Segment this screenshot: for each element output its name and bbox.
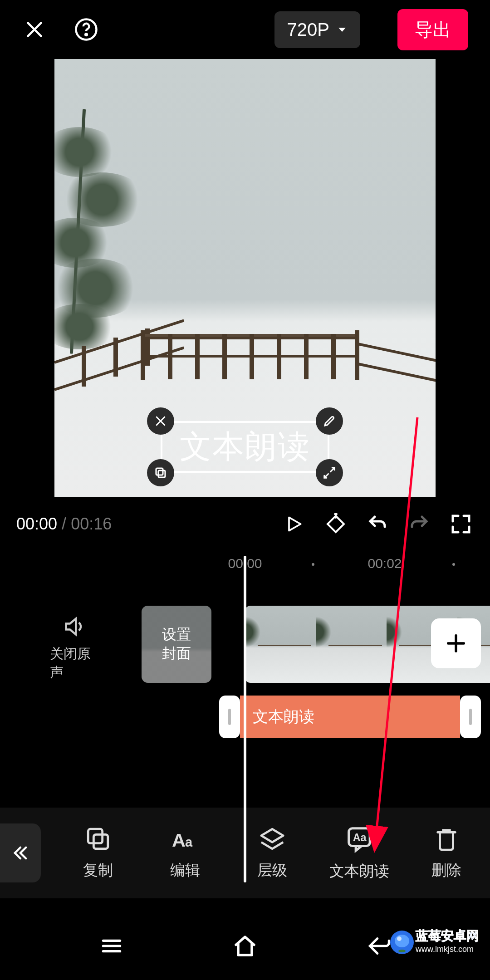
svg-rect-2 bbox=[156, 468, 163, 475]
tool-label: 复制 bbox=[83, 860, 113, 881]
copy-icon bbox=[85, 826, 111, 852]
overlay-edit-handle[interactable] bbox=[316, 407, 343, 435]
play-button[interactable] bbox=[281, 511, 307, 537]
set-cover-button[interactable]: 设置 封面 bbox=[142, 606, 211, 683]
overlay-scale-handle[interactable] bbox=[316, 459, 343, 486]
text-clip[interactable]: 文本朗读 bbox=[219, 696, 481, 738]
cover-label: 设置 封面 bbox=[162, 625, 191, 663]
svg-rect-4 bbox=[88, 829, 102, 843]
keyframe-button[interactable] bbox=[323, 511, 348, 537]
mute-original-audio[interactable]: 关闭原声 bbox=[50, 615, 100, 682]
ruler-mark: 00:02 bbox=[368, 556, 402, 571]
tool-delete[interactable]: 删除 bbox=[403, 826, 490, 881]
video-frame-thumb bbox=[316, 606, 387, 683]
overlay-text: 文本朗读 bbox=[180, 426, 310, 468]
text-overlay-box[interactable]: 文本朗读 bbox=[161, 421, 329, 473]
svg-point-1 bbox=[85, 34, 87, 35]
video-preview[interactable]: 文本朗读 bbox=[54, 59, 436, 497]
undo-button[interactable] bbox=[365, 511, 390, 537]
svg-rect-3 bbox=[158, 470, 165, 477]
help-icon[interactable] bbox=[74, 17, 99, 42]
trash-icon bbox=[433, 826, 460, 852]
export-label: 导出 bbox=[415, 20, 451, 39]
resolution-selector[interactable]: 720P bbox=[274, 11, 360, 48]
watermark: 蓝莓安卓网 www.lmkjst.com bbox=[389, 924, 485, 961]
text-clip-label: 文本朗读 bbox=[253, 706, 314, 727]
playhead[interactable] bbox=[244, 556, 246, 882]
nav-home-button[interactable] bbox=[231, 932, 259, 960]
tool-label: 删除 bbox=[431, 860, 461, 881]
total-time: 00:16 bbox=[71, 514, 112, 533]
svg-text:A: A bbox=[172, 829, 186, 850]
svg-text:www.lmkjst.com: www.lmkjst.com bbox=[415, 945, 474, 954]
svg-text:a: a bbox=[185, 834, 193, 849]
tool-label: 编辑 bbox=[170, 860, 200, 881]
ruler-dot bbox=[312, 563, 314, 566]
current-time: 00:00 bbox=[16, 514, 57, 533]
close-icon[interactable] bbox=[22, 17, 47, 42]
text-aa-icon: A a bbox=[172, 826, 198, 852]
preview-decoration-fence bbox=[54, 301, 436, 419]
nav-back-button[interactable] bbox=[366, 933, 391, 959]
tool-copy[interactable]: 复制 bbox=[54, 826, 142, 881]
svg-point-14 bbox=[398, 950, 406, 952]
overlay-copy-handle[interactable] bbox=[147, 459, 174, 486]
tool-edit[interactable]: A a 编辑 bbox=[142, 826, 229, 881]
svg-rect-5 bbox=[93, 834, 108, 848]
resolution-label: 720P bbox=[287, 20, 329, 40]
video-frame-thumb bbox=[245, 606, 316, 683]
svg-text:Aa: Aa bbox=[353, 832, 367, 843]
chevrons-left-icon bbox=[11, 843, 30, 862]
tool-text-to-speech[interactable]: Aa 文本朗读 bbox=[316, 825, 403, 882]
chevron-down-icon bbox=[337, 24, 348, 35]
fullscreen-button[interactable] bbox=[448, 511, 474, 537]
toolbar-back-button[interactable] bbox=[0, 823, 41, 882]
svg-point-12 bbox=[395, 935, 409, 947]
tool-label: 文本朗读 bbox=[329, 861, 389, 882]
mute-label: 关闭原声 bbox=[50, 645, 100, 682]
clip-handle-left[interactable] bbox=[219, 696, 240, 738]
ruler-dot bbox=[452, 563, 455, 566]
plus-icon bbox=[444, 632, 468, 655]
time-display: 00:00 / 00:16 bbox=[16, 514, 112, 534]
clip-handle-right[interactable] bbox=[460, 696, 481, 738]
tool-label: 层级 bbox=[257, 860, 287, 881]
overlay-delete-handle[interactable] bbox=[147, 407, 174, 435]
export-button[interactable]: 导出 bbox=[397, 9, 468, 50]
text-speech-icon: Aa bbox=[345, 825, 373, 853]
tool-layer[interactable]: 层级 bbox=[229, 826, 316, 881]
svg-text:蓝莓安卓网: 蓝莓安卓网 bbox=[415, 929, 479, 943]
svg-point-13 bbox=[397, 936, 402, 941]
nav-menu-button[interactable] bbox=[99, 933, 124, 959]
speaker-icon bbox=[63, 615, 87, 638]
redo-button[interactable] bbox=[407, 511, 432, 537]
add-clip-button[interactable] bbox=[431, 618, 481, 668]
layers-icon bbox=[259, 826, 285, 852]
